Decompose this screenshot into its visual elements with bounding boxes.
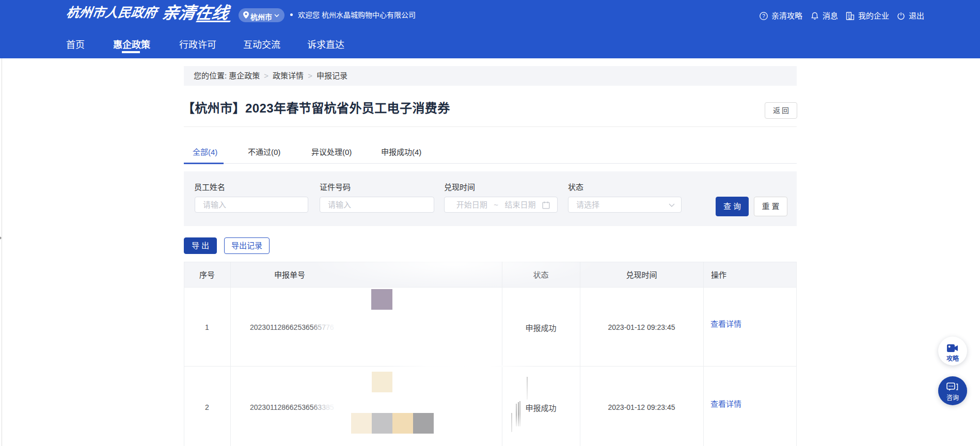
svg-text:?: ?: [762, 13, 765, 19]
